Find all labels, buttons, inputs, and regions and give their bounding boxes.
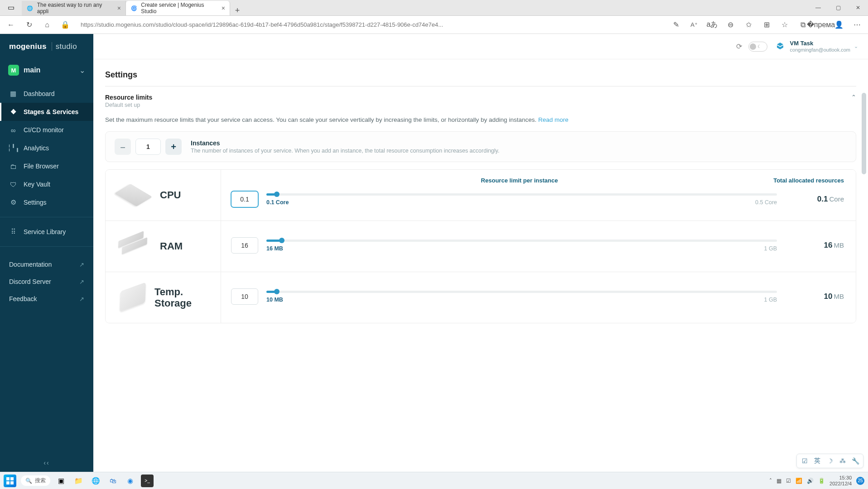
ram-icon: [116, 233, 152, 260]
sidebar-item-label: CI/CD monitor: [24, 126, 64, 134]
total-unit: Core: [829, 195, 844, 203]
logo-brand: mogenius: [9, 42, 47, 51]
sidebar-item-docs[interactable]: Documentation ↗: [0, 256, 93, 273]
stages-icon: ❖: [9, 108, 17, 116]
spark-icon[interactable]: ⁂: [838, 456, 848, 466]
helper-body: Set the maximum resource limits that you…: [105, 116, 536, 123]
sidebar-item-label: Feedback: [9, 295, 37, 302]
cpu-slider[interactable]: 0.1 Core 0.5 Core: [266, 193, 777, 206]
decrement-button[interactable]: –: [115, 139, 131, 155]
checkbox-icon[interactable]: ☑: [800, 456, 810, 466]
increment-button[interactable]: +: [165, 139, 182, 155]
ime-lang[interactable]: 英: [812, 456, 822, 466]
close-icon[interactable]: ×: [117, 5, 121, 12]
sidebar-item-feedback[interactable]: Feedback ↗: [0, 290, 93, 307]
window-close[interactable]: ✕: [848, 0, 868, 15]
browser-tab-active[interactable]: 🌀 Create service | Mogenius Studio ×: [126, 1, 230, 15]
read-more-link[interactable]: Read more: [538, 116, 569, 123]
scrollbar[interactable]: [861, 34, 867, 472]
sidebar-item-label: Documentation: [9, 261, 52, 268]
panel-header: Resource limits Default set up ⌃: [105, 86, 856, 109]
app-root: mogenius studio M main ⌄ ▦ Dashboard ❖ S…: [0, 34, 868, 472]
avatar-icon: [774, 40, 786, 53]
lock-icon[interactable]: 🔒: [58, 18, 72, 32]
address-bar[interactable]: https://studio.mogenius.com/studio/cloud…: [76, 18, 665, 32]
cpu-icon: [116, 182, 152, 209]
sidebar-item-label: File Browser: [24, 163, 59, 170]
total-value: 0.1: [817, 195, 828, 203]
sidebar-item-files[interactable]: 🗀 File Browser: [0, 157, 93, 175]
sidebar: mogenius studio M main ⌄ ▦ Dashboard ❖ S…: [0, 34, 93, 472]
browser-tabstrip: ▭ 🌐 The easiest way to run any appli × 🌀…: [0, 0, 868, 16]
sidebar-item-label: Stages & Services: [24, 108, 78, 115]
sidebar-item-label: Analytics: [24, 144, 49, 152]
collapse-sidebar[interactable]: ‹‹: [0, 454, 93, 472]
panel-title: Resource limits: [105, 94, 152, 101]
tmp-slider[interactable]: 10 MB 1 GB: [266, 291, 777, 303]
tmp-total: 10MB: [785, 292, 844, 301]
new-tab-button[interactable]: +: [230, 6, 245, 15]
sidebar-item-label: Discord Server: [9, 278, 51, 285]
sidebar-item-discord[interactable]: Discord Server ↗: [0, 273, 93, 290]
resource-label: Temp. Storage: [154, 286, 211, 309]
instances-input[interactable]: [135, 139, 161, 155]
window-minimize[interactable]: —: [808, 0, 828, 15]
favorites-bar-icon[interactable]: ☆: [777, 18, 792, 32]
sidebar-item-cicd[interactable]: ∞ CI/CD monitor: [0, 121, 93, 139]
resource-label: RAM: [160, 240, 183, 252]
extensions-icon[interactable]: ⊞: [759, 18, 774, 32]
divider: [0, 217, 93, 217]
slider-min: 10 MB: [266, 297, 283, 303]
tab-favicon: 🌐: [26, 5, 34, 12]
user-menu[interactable]: VM Task congmingfan@outlook.com ⌄: [774, 40, 858, 53]
window-maximize[interactable]: ▢: [828, 0, 848, 15]
shield-icon: 🛡: [9, 180, 17, 188]
moon-icon[interactable]: ☽: [825, 456, 835, 466]
translate-icon[interactable]: aあ: [705, 18, 719, 32]
home-button[interactable]: ⌂: [40, 18, 54, 32]
slider-max: 1 GB: [764, 245, 777, 252]
sidebar-item-dashboard[interactable]: ▦ Dashboard: [0, 85, 93, 103]
close-icon[interactable]: ×: [222, 5, 225, 12]
project-name: main: [24, 66, 40, 74]
profile-icon[interactable]: 👤: [832, 18, 846, 32]
total-unit: MB: [834, 292, 844, 300]
zoom-out-icon[interactable]: ⊖: [723, 18, 738, 32]
sync-icon[interactable]: ⟳: [736, 42, 742, 51]
col-header-mid: Resource limit per instance: [231, 177, 753, 184]
resource-row-ram: RAM 16 MB 1 GB: [106, 221, 856, 272]
sidebar-item-label: Service Library: [24, 228, 66, 235]
more-icon[interactable]: ⋯: [850, 18, 864, 32]
ime-toolbar[interactable]: ☑ 英 ☽ ⁂ 🔧: [796, 454, 863, 468]
slider-min: 0.1 Core: [266, 199, 289, 206]
refresh-button[interactable]: ↻: [22, 18, 36, 32]
back-button[interactable]: ←: [4, 18, 18, 32]
ram-slider[interactable]: 16 MB 1 GB: [266, 240, 777, 252]
collapse-panel-button[interactable]: ⌃: [851, 94, 856, 101]
sidebar-item-keyvault[interactable]: 🛡 Key Vault: [0, 175, 93, 193]
sidebar-item-stages[interactable]: ❖ Stages & Services: [0, 103, 93, 121]
reader-icon[interactable]: ✎: [669, 18, 683, 32]
total-value: 10: [824, 292, 833, 301]
scroll-thumb[interactable]: [862, 93, 866, 174]
cpu-input[interactable]: [231, 191, 258, 207]
instances-sub: The number of instances of your service.…: [191, 148, 499, 154]
tmp-input[interactable]: [231, 288, 258, 305]
resource-label: CPU: [160, 189, 181, 201]
favorite-icon[interactable]: ✩: [741, 18, 756, 32]
browser-tab[interactable]: 🌐 The easiest way to run any appli ×: [22, 1, 126, 15]
project-selector[interactable]: M main ⌄: [0, 59, 93, 81]
total-unit: MB: [834, 241, 844, 249]
share-icon[interactable]: �према: [814, 18, 828, 32]
sidebar-item-library[interactable]: ⠿ Service Library: [0, 223, 93, 241]
text-size-icon[interactable]: A⁺: [687, 18, 701, 32]
analytics-icon: ╎╹╻: [9, 144, 17, 152]
sidebar-item-analytics[interactable]: ╎╹╻ Analytics: [0, 139, 93, 157]
wrench-icon[interactable]: 🔧: [850, 456, 860, 466]
ram-input[interactable]: [231, 237, 258, 254]
tab-actions-button[interactable]: ▭: [0, 0, 22, 15]
sidebar-item-settings[interactable]: ⚙ Settings: [0, 193, 93, 211]
theme-toggle[interactable]: ☾: [748, 42, 767, 52]
panel-subtitle: Default set up: [105, 102, 152, 108]
col-header-right: Total allocated resources: [753, 177, 844, 184]
